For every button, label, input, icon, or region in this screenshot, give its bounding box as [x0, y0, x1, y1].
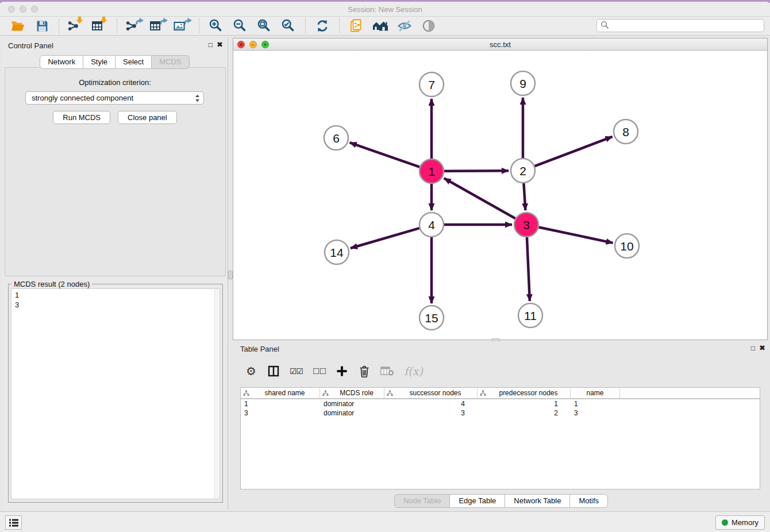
search-input[interactable] [611, 21, 760, 30]
network-from-selection-button[interactable] [344, 17, 368, 34]
float-table-panel-icon[interactable]: □ [751, 344, 755, 352]
zoom-selected-button[interactable] [276, 17, 301, 34]
add-button[interactable] [336, 363, 348, 379]
graph-node-3[interactable]: 3 [514, 213, 538, 237]
select-all-button[interactable]: ☑☑ [290, 363, 303, 379]
table-cell[interactable]: dominator [320, 399, 384, 408]
table-cell[interactable]: 3 [241, 408, 320, 418]
close-panel-icon[interactable]: ✖ [217, 41, 223, 49]
open-folder-button[interactable] [6, 17, 30, 34]
tab-mcds[interactable]: MCDS [151, 55, 189, 69]
table-cell[interactable]: 3 [571, 408, 620, 418]
svg-text:4: 4 [428, 218, 435, 232]
graph-node-9[interactable]: 9 [511, 71, 535, 95]
mcds-result-text: 1 3 [11, 289, 214, 499]
tab-select[interactable]: Select [115, 55, 152, 69]
graph-edge-3-1[interactable] [444, 178, 515, 218]
import-table-icon [91, 18, 109, 33]
column-type-icon [387, 390, 393, 396]
network-canvas[interactable]: 7968124314101511 [233, 51, 767, 340]
apply-layout-button[interactable] [310, 17, 334, 34]
save-session-button[interactable] [30, 17, 54, 34]
import-network-button[interactable] [64, 17, 88, 34]
task-history-button[interactable] [5, 515, 22, 530]
column-header-predecessor-nodes[interactable]: predecessor nodes [478, 388, 571, 398]
table-tabs: Node TableEdge TableNetwork TableMotifs [233, 494, 770, 508]
graph-edge-3-10[interactable] [539, 228, 613, 243]
graph-node-14[interactable]: 14 [325, 240, 349, 264]
column-header-successor-nodes[interactable]: successor nodes [384, 388, 478, 398]
zoom-in-button[interactable] [204, 17, 228, 34]
columns-button[interactable] [267, 363, 280, 379]
tab-node-table[interactable]: Node Table [394, 494, 451, 508]
close-panel-button[interactable]: Close panel [118, 111, 177, 124]
column-header-MCDS-role[interactable]: MCDS role [320, 388, 384, 398]
toolbar-separator [305, 18, 306, 33]
network-window-titlebar[interactable]: ✕ − + scc.txt [233, 38, 767, 51]
gear-button[interactable]: ⚙ [245, 363, 257, 379]
tab-motifs[interactable]: Motifs [569, 494, 608, 508]
export-table-button[interactable] [146, 17, 170, 34]
column-label: name [573, 389, 617, 397]
column-header-name[interactable]: name [571, 388, 620, 398]
graph-node-6[interactable]: 6 [324, 126, 348, 150]
delete-button[interactable] [358, 363, 371, 379]
svg-text:15: 15 [425, 311, 438, 325]
graph-edge-1-2[interactable] [444, 171, 509, 171]
memory-button[interactable]: Memory [715, 515, 765, 530]
result-scrollbar[interactable] [214, 289, 220, 499]
zoom-fit-button[interactable] [252, 17, 276, 34]
table-cell[interactable]: 2 [478, 408, 571, 418]
criterion-dropdown[interactable]: strongly connected component [25, 91, 204, 105]
search-field[interactable] [596, 19, 764, 32]
table-cell[interactable]: dominator [320, 408, 384, 418]
graph-edge-4-14[interactable] [351, 228, 419, 248]
unselect-all-button[interactable]: ☐☐ [313, 363, 326, 379]
hide-graphics-details-button[interactable] [392, 17, 417, 34]
add-icon [336, 365, 348, 377]
graph-node-7[interactable]: 7 [419, 72, 444, 97]
graph-node-4[interactable]: 4 [419, 213, 444, 237]
zoom-out-button[interactable] [228, 17, 252, 34]
graph-node-11[interactable]: 11 [518, 303, 542, 327]
close-table-panel-icon[interactable]: ✖ [759, 344, 765, 352]
export-image-button[interactable] [170, 17, 194, 34]
graph-edge-2-8[interactable] [535, 137, 613, 166]
show-graphics-details-button[interactable] [417, 17, 441, 34]
tab-network-table[interactable]: Network Table [505, 494, 570, 508]
tab-network[interactable]: Network [40, 55, 83, 69]
app-titlebar[interactable]: Session: New Session [0, 2, 770, 17]
graph-edge-2-3[interactable] [523, 183, 525, 210]
mcds-result-textarea[interactable]: 1 3 [11, 288, 220, 499]
graph-node-10[interactable]: 10 [615, 234, 639, 258]
home-button[interactable] [368, 17, 392, 34]
svg-text:6: 6 [333, 132, 340, 145]
graph-edge-3-11[interactable] [527, 237, 530, 301]
dropdown-stepper-icon [195, 94, 200, 103]
graph-node-1[interactable]: 1 [419, 159, 444, 183]
table-cell[interactable]: 1 [241, 399, 320, 408]
table-row[interactable]: 3dominator323 [241, 408, 760, 418]
table-cell[interactable]: 1 [571, 399, 620, 408]
table-cell[interactable]: 3 [384, 408, 478, 418]
graph-node-15[interactable]: 15 [419, 306, 444, 330]
column-header-shared-name[interactable]: shared name [241, 388, 320, 398]
graph-node-2[interactable]: 2 [511, 159, 535, 183]
tab-edge-table[interactable]: Edge Table [449, 494, 505, 508]
table-cell[interactable]: 4 [384, 399, 478, 408]
float-panel-icon[interactable]: □ [209, 41, 213, 49]
graph-edge-1-6[interactable] [350, 142, 420, 167]
vertical-splitter-handle[interactable] [228, 271, 233, 279]
table-row[interactable]: 1dominator411 [241, 399, 760, 408]
svg-text:10: 10 [620, 240, 633, 253]
delete-table-button[interactable] [380, 363, 394, 379]
export-network-button[interactable] [122, 17, 146, 34]
zoom-selected-icon [281, 18, 296, 33]
import-table-button[interactable] [88, 17, 112, 34]
graph-node-8[interactable]: 8 [614, 119, 638, 144]
fx-button[interactable]: f(x) [404, 363, 423, 379]
tab-style[interactable]: Style [83, 55, 116, 69]
table-cell[interactable]: 1 [478, 399, 571, 408]
run-mcds-button[interactable]: Run MCDS [53, 111, 110, 124]
node-table: shared nameMCDS rolesuccessor nodesprede… [240, 387, 760, 489]
